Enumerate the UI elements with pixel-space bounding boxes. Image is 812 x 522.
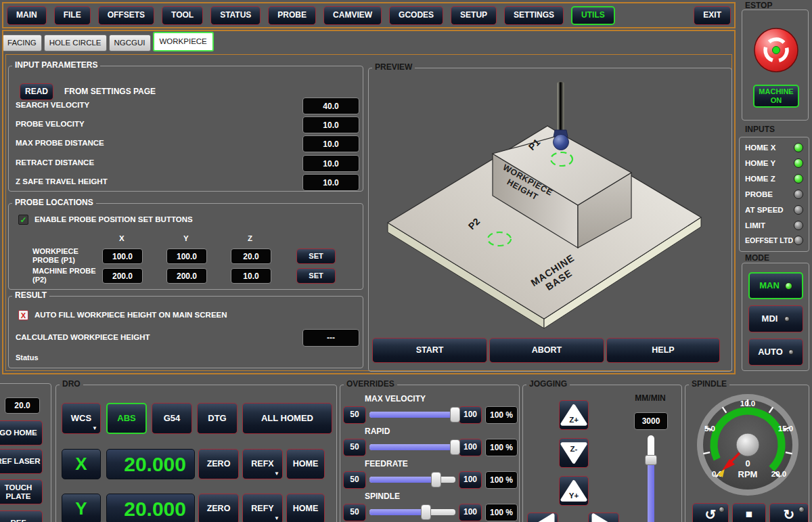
jog-x-plus-button[interactable]: X+: [588, 513, 619, 522]
slider-handle[interactable]: [431, 472, 441, 487]
rapid-percent: 100 %: [485, 439, 518, 456]
go-home-button[interactable]: GO HOME: [0, 420, 43, 445]
slider-handle[interactable]: [450, 407, 460, 422]
spindle-cw-button[interactable]: ↻: [769, 503, 809, 522]
all-homed-button[interactable]: ALL HOMED: [242, 403, 332, 434]
input-parameters-title: INPUT PARAMETERS: [12, 60, 100, 70]
mode-man-button[interactable]: MAN: [748, 272, 803, 299]
read-button[interactable]: READ: [20, 83, 53, 100]
spindle-stop-button[interactable]: ■: [732, 503, 766, 522]
autofill-checkbox[interactable]: X: [18, 310, 28, 320]
menu-offsets[interactable]: OFFSETS: [98, 6, 154, 25]
retract-distance-value[interactable]: 10.0: [302, 155, 359, 172]
menu-file[interactable]: FILE: [54, 6, 91, 25]
touch-plate-button[interactable]: TOUCH PLATE: [0, 479, 43, 504]
p2-y-value[interactable]: 200.0: [166, 268, 207, 284]
jog-rate-slider[interactable]: [648, 435, 654, 522]
estop-button[interactable]: [752, 26, 800, 74]
jog-y-plus-button[interactable]: Y+: [559, 476, 589, 506]
gauge-value: 0: [745, 458, 750, 469]
p1-set-button[interactable]: SET: [296, 248, 336, 264]
exit-button[interactable]: EXIT: [694, 6, 731, 25]
y-zero-button[interactable]: ZERO: [198, 494, 239, 522]
max-velocity-100-button[interactable]: 100: [459, 406, 482, 424]
triangle-right-icon: X+: [589, 513, 618, 522]
x-zero-button[interactable]: ZERO: [198, 449, 239, 479]
mode-mdi-button[interactable]: MDI: [748, 305, 803, 332]
ref-laser-button[interactable]: REF LASER: [0, 449, 43, 474]
y-home-button[interactable]: HOME: [286, 494, 325, 522]
y-ref-dropdown-button[interactable]: REFY ▼: [242, 494, 283, 522]
strip-value-box[interactable]: 20.0: [5, 397, 40, 414]
spindle-percent: 100 %: [485, 504, 518, 521]
input-row-home-x: HOME X: [745, 143, 803, 152]
menu-tool[interactable]: TOOL: [162, 6, 203, 25]
feedrate-100-button[interactable]: 100: [459, 471, 482, 489]
menu-status[interactable]: STATUS: [210, 6, 261, 25]
svg-text:10.0: 10.0: [740, 399, 755, 408]
mode-title: MODE: [742, 253, 772, 263]
jog-rate-value[interactable]: 3000: [634, 412, 668, 430]
z-safe-travel-value[interactable]: 10.0: [302, 174, 359, 191]
rapid-50-button[interactable]: 50: [343, 439, 366, 456]
inputs-title: INPUTS: [742, 125, 777, 134]
rapid-slider[interactable]: [369, 444, 455, 450]
max-velocity-50-button[interactable]: 50: [343, 406, 366, 424]
autofill-label: AUTO FILL WORKPIECE HEIGHT ON MAIN SCREE…: [35, 311, 227, 319]
rapid-100-button[interactable]: 100: [459, 439, 482, 456]
menu-settings[interactable]: SETTINGS: [504, 6, 564, 25]
overrides-group: OVERRIDES MAX VELOCITY 50 100 100 % RAPI…: [340, 385, 520, 522]
start-button[interactable]: START: [372, 338, 487, 363]
triangle-left-icon: X-: [528, 513, 558, 522]
p1-x-value[interactable]: 100.0: [102, 248, 143, 264]
abs-button[interactable]: ABS: [106, 403, 147, 434]
probe-velocity-value[interactable]: 10.0: [302, 116, 359, 133]
menu-gcodes[interactable]: GCODES: [389, 6, 443, 25]
machine-on-button[interactable]: MACHINE ON: [753, 85, 799, 108]
dtg-button[interactable]: DTG: [197, 403, 238, 434]
menu-utils[interactable]: UTILS: [571, 6, 615, 25]
preview-title: PREVIEW: [372, 62, 415, 72]
mode-auto-button[interactable]: AUTO: [748, 339, 803, 366]
help-button[interactable]: HELP: [606, 338, 720, 363]
p2-z-value[interactable]: 10.0: [231, 268, 271, 284]
p1-row-label: WORKPIECE PROBE (P1): [32, 247, 100, 265]
spindle-ov-row: 50 100 100 %: [343, 503, 518, 521]
enable-set-buttons-checkbox[interactable]: ✓: [18, 215, 28, 225]
wcs-dropdown-button[interactable]: WCS ▼: [62, 403, 101, 434]
spindle-slider[interactable]: [369, 509, 455, 515]
menu-setup[interactable]: SETUP: [451, 6, 497, 25]
menu-main[interactable]: MAIN: [7, 6, 47, 25]
jog-x-minus-button[interactable]: X-: [527, 513, 558, 522]
p1-z-value[interactable]: 20.0: [231, 248, 271, 264]
spindle-ccw-button[interactable]: ↺: [692, 503, 729, 522]
ref-button[interactable]: REF: [0, 510, 43, 522]
x-ref-dropdown-button[interactable]: REFX ▼: [242, 449, 283, 479]
feedrate-slider[interactable]: [369, 477, 455, 483]
spindle-100-button[interactable]: 100: [459, 504, 482, 521]
p2-x-value[interactable]: 200.0: [102, 268, 143, 284]
slider-handle[interactable]: [645, 455, 657, 465]
p1-y-value[interactable]: 100.0: [166, 248, 207, 264]
y-axis-letter[interactable]: Y: [62, 494, 101, 522]
slider-handle[interactable]: [421, 504, 431, 520]
abort-button[interactable]: ABORT: [489, 338, 604, 363]
max-velocity-slider[interactable]: [369, 412, 455, 418]
search-velocity-value[interactable]: 40.0: [302, 97, 359, 114]
jog-z-plus-button[interactable]: Z+: [559, 400, 589, 430]
input-row-at-speed: AT SPEED: [745, 205, 803, 215]
field-label: SEARCH VELOCITY: [16, 101, 89, 109]
slider-handle[interactable]: [450, 439, 460, 455]
at-speed-led: [794, 205, 803, 215]
x-axis-letter[interactable]: X: [62, 449, 101, 479]
jog-z-minus-button[interactable]: Z-: [559, 438, 589, 468]
x-home-button[interactable]: HOME: [286, 449, 325, 479]
read-caption: FROM SETTINGS PAGE: [64, 87, 156, 96]
feedrate-50-button[interactable]: 50: [343, 471, 366, 489]
g54-button[interactable]: G54: [152, 403, 192, 434]
max-probe-distance-value[interactable]: 10.0: [302, 135, 359, 152]
p2-set-button[interactable]: SET: [296, 268, 336, 284]
menu-probe[interactable]: PROBE: [268, 6, 316, 25]
spindle-50-button[interactable]: 50: [343, 504, 366, 521]
menu-camview[interactable]: CAMVIEW: [323, 6, 382, 25]
